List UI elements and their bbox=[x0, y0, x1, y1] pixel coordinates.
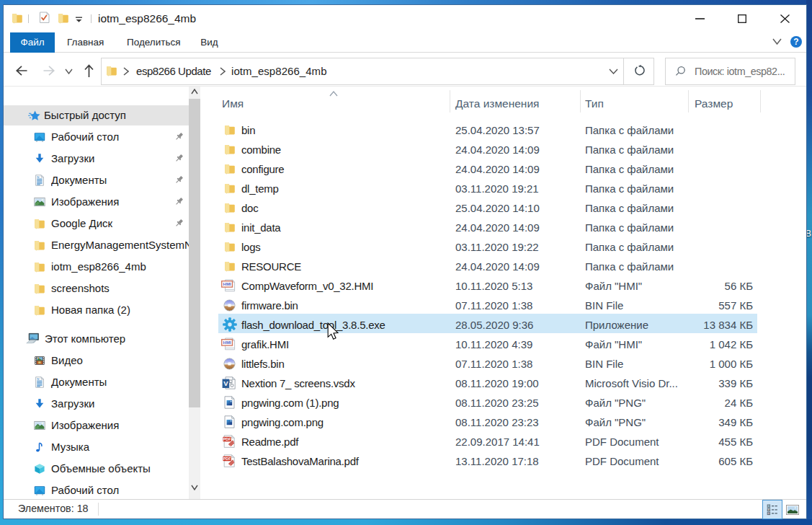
svg-text:V: V bbox=[223, 379, 228, 387]
svg-text:PDF: PDF bbox=[223, 456, 231, 460]
svg-text:HMI: HMI bbox=[223, 282, 231, 286]
svg-text:HMI: HMI bbox=[223, 340, 231, 345]
svg-text:PDF: PDF bbox=[223, 436, 231, 441]
